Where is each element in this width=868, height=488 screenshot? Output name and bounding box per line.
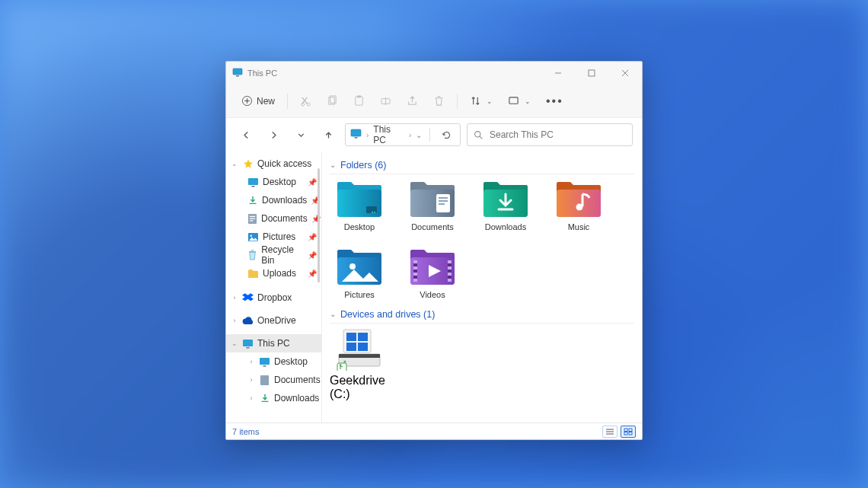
svg-rect-14	[358, 96, 361, 97]
navigation-sidebar: ⌄ Quick access Desktop📌 Downloads📌 Docum…	[226, 152, 322, 423]
drive-icon	[336, 328, 383, 371]
search-input[interactable]	[490, 129, 626, 140]
svg-rect-30	[243, 340, 253, 346]
address-bar[interactable]: › This PC › ⌄	[345, 123, 461, 146]
sidebar-quick-access[interactable]: ⌄ Quick access	[226, 155, 321, 173]
svg-rect-13	[356, 97, 362, 105]
plus-circle-icon	[241, 95, 253, 107]
up-button[interactable]	[318, 124, 339, 145]
svg-rect-26	[250, 218, 255, 218]
svg-rect-56	[448, 260, 452, 263]
svg-point-38	[372, 212, 373, 213]
svg-rect-53	[413, 266, 417, 270]
downloads-icon	[259, 393, 270, 404]
rename-button[interactable]	[374, 89, 397, 113]
share-button[interactable]	[400, 89, 424, 113]
folder-item-desktop[interactable]: Desktop	[330, 179, 389, 231]
folder-item-music[interactable]: Music	[549, 179, 608, 231]
svg-rect-31	[247, 347, 250, 349]
svg-rect-41	[439, 197, 448, 199]
svg-rect-1	[236, 75, 239, 77]
list-icon	[605, 428, 614, 435]
downloads-icon	[247, 195, 258, 206]
pictures-icon	[247, 231, 259, 243]
refresh-button[interactable]	[438, 130, 455, 140]
navigation-row: › This PC › ⌄	[226, 118, 642, 152]
svg-rect-52	[413, 260, 417, 263]
sidebar-pc-downloads[interactable]: ›Downloads	[226, 389, 321, 407]
status-bar: 7 items	[226, 423, 642, 439]
pin-icon: 📌	[308, 251, 317, 260]
sidebar-item-pictures[interactable]: Pictures📌	[226, 228, 321, 246]
sidebar-item-documents[interactable]: Documents📌	[226, 209, 321, 228]
folder-item-documents[interactable]: Documents	[403, 179, 462, 231]
content-pane: ⌄ Folders (6) Desktop	[322, 152, 642, 423]
folder-item-videos[interactable]: Videos	[403, 247, 462, 299]
sidebar-item-uploads[interactable]: Uploads📌	[226, 264, 321, 282]
dropbox-icon	[242, 292, 254, 304]
view-button[interactable]: ⌄	[502, 89, 537, 113]
chevron-down-icon: ⌄	[330, 310, 336, 318]
svg-point-10	[307, 103, 310, 106]
svg-rect-50	[413, 260, 417, 282]
svg-rect-72	[624, 429, 627, 432]
chevron-down-icon: ⌄	[487, 97, 493, 105]
sidebar-pc-documents[interactable]: ›Documents	[226, 371, 321, 389]
svg-rect-0	[233, 69, 242, 75]
svg-rect-19	[355, 137, 358, 139]
new-button[interactable]: New	[235, 89, 281, 113]
svg-rect-25	[250, 215, 255, 216]
svg-rect-74	[624, 432, 627, 435]
desktop-icon	[247, 177, 259, 188]
more-button[interactable]: •••	[540, 89, 570, 113]
window-title: This PC	[247, 69, 277, 78]
drive-item-c[interactable]: Geekdrive (C:)	[330, 328, 389, 401]
drive-grid: Geekdrive (C:)	[330, 328, 634, 401]
sidebar-item-desktop[interactable]: Desktop📌	[226, 173, 321, 191]
maximize-button[interactable]	[575, 62, 608, 85]
cut-button[interactable]	[294, 89, 318, 113]
group-folders-header[interactable]: ⌄ Folders (6)	[330, 156, 634, 174]
close-button[interactable]	[608, 62, 642, 85]
folder-grid: Desktop Documents	[330, 179, 634, 299]
group-drives-header[interactable]: ⌄ Devices and drives (1)	[330, 305, 634, 324]
window-controls	[541, 62, 642, 85]
item-count: 7 items	[232, 427, 259, 436]
chevron-right-icon: ›	[409, 131, 411, 139]
recycle-icon	[247, 250, 257, 261]
svg-rect-33	[263, 365, 266, 367]
svg-point-29	[251, 234, 252, 236]
svg-rect-54	[413, 273, 417, 276]
this-pc-icon	[232, 68, 243, 78]
svg-point-46	[576, 204, 583, 211]
delete-button[interactable]	[427, 89, 451, 113]
sidebar-item-recycle-bin[interactable]: Recycle Bin📌	[226, 246, 321, 264]
sidebar-onedrive[interactable]: ›OneDrive	[226, 311, 321, 330]
svg-rect-59	[448, 279, 452, 282]
chevron-right-icon: ›	[247, 394, 255, 402]
chevron-down-icon: ⌄	[330, 161, 336, 169]
paste-button[interactable]	[347, 89, 371, 113]
sort-button[interactable]: ⌄	[464, 89, 499, 113]
chevron-down-icon[interactable]: ⌄	[416, 131, 422, 139]
sidebar-pc-desktop[interactable]: ›Desktop	[226, 352, 321, 371]
documents-icon	[247, 213, 257, 225]
back-button[interactable]	[235, 124, 257, 145]
folder-item-downloads[interactable]: Downloads	[476, 179, 535, 231]
sidebar-dropbox[interactable]: ›Dropbox	[226, 289, 321, 307]
search-box[interactable]	[467, 123, 633, 146]
sidebar-item-downloads[interactable]: Downloads📌	[226, 191, 321, 209]
minimize-button[interactable]	[541, 62, 575, 85]
sidebar-this-pc[interactable]: ⌄This PC	[226, 334, 321, 352]
folder-item-pictures[interactable]: Pictures	[330, 247, 389, 299]
scrollbar-thumb[interactable]	[318, 168, 320, 282]
forward-button[interactable]	[263, 124, 284, 145]
details-view-button[interactable]	[602, 426, 617, 438]
svg-rect-75	[629, 432, 632, 435]
breadcrumb-segment[interactable]: This PC	[373, 124, 404, 145]
icons-view-button[interactable]	[621, 426, 636, 438]
svg-rect-66	[339, 354, 380, 358]
copy-button[interactable]	[321, 89, 344, 113]
recent-locations-button[interactable]	[290, 124, 311, 145]
file-explorer-window: This PC New ⌄ ⌄ ••• › This PC	[225, 61, 643, 440]
